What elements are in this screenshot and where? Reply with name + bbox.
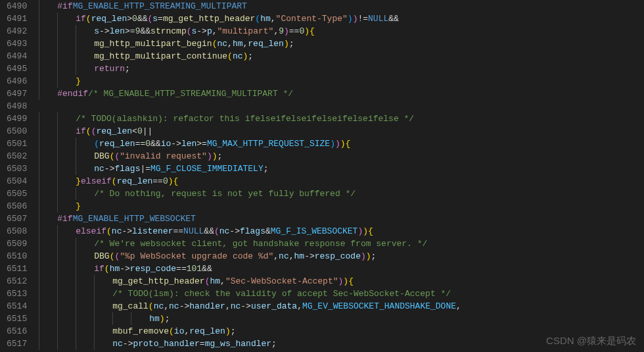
line-number: 6501 bbox=[7, 138, 27, 150]
line-number: 6494 bbox=[7, 50, 27, 63]
code-line[interactable]: #if MG_ENABLE_HTTP_STREAMING_MULTIPART bbox=[39, 0, 644, 13]
line-number: 6506 bbox=[7, 200, 27, 213]
code-line[interactable]: /* Do nothing, request is not yet fully … bbox=[39, 188, 644, 200]
line-number: 6499 bbox=[7, 113, 27, 125]
code-line[interactable]: } else if (req_len == 0) { bbox=[39, 175, 644, 188]
code-line[interactable]: if (req_len > 0 && (s = mg_get_http_head… bbox=[39, 13, 644, 25]
line-number: 6492 bbox=[7, 25, 27, 38]
code-line[interactable]: return; bbox=[39, 63, 644, 75]
line-number: 6502 bbox=[7, 150, 27, 163]
line-number: 6504 bbox=[7, 175, 27, 188]
code-line[interactable]: } bbox=[39, 200, 644, 213]
line-number: 6495 bbox=[7, 63, 27, 75]
line-number: 6512 bbox=[7, 275, 27, 288]
line-number: 6516 bbox=[7, 325, 27, 338]
code-line[interactable]: s->len >= 9 && strncmp(s->p, "multipart"… bbox=[39, 25, 644, 38]
code-editor[interactable]: 6490649164926493649464956496649764986499… bbox=[0, 0, 644, 352]
code-line[interactable]: #if MG_ENABLE_HTTP_WEBSOCKET bbox=[39, 213, 644, 225]
line-number: 6513 bbox=[7, 288, 27, 300]
code-line[interactable]: hm); bbox=[39, 313, 644, 325]
code-line[interactable]: mbuf_remove(io, req_len); bbox=[39, 325, 644, 338]
code-area[interactable]: #if MG_ENABLE_HTTP_STREAMING_MULTIPARTif… bbox=[39, 0, 644, 352]
line-number-gutter: 6490649164926493649464956496649764986499… bbox=[0, 0, 39, 352]
line-number: 6511 bbox=[7, 263, 27, 275]
code-line[interactable]: } bbox=[39, 75, 644, 88]
code-line[interactable]: (req_len == 0 && io->len >= MG_MAX_HTTP_… bbox=[39, 138, 644, 150]
code-line[interactable]: nc->proto_handler = mg_ws_handler; bbox=[39, 338, 644, 350]
line-number: 6509 bbox=[7, 238, 27, 250]
code-line[interactable]: if (hm->resp_code == 101 && bbox=[39, 263, 644, 275]
line-number: 6500 bbox=[7, 125, 27, 138]
line-number: 6503 bbox=[7, 163, 27, 175]
code-line[interactable] bbox=[39, 100, 644, 113]
code-line[interactable]: /* TODO(alashkin): refactor this ifelsei… bbox=[39, 113, 644, 125]
line-number: 6514 bbox=[7, 300, 27, 313]
code-line[interactable]: #endif /* MG_ENABLE_HTTP_STREAMING_MULTI… bbox=[39, 88, 644, 100]
code-line[interactable]: DBG(("%p WebSocket upgrade code %d", nc,… bbox=[39, 250, 644, 263]
line-number: 6496 bbox=[7, 75, 27, 88]
line-number: 6505 bbox=[7, 188, 27, 200]
line-number: 6510 bbox=[7, 250, 27, 263]
code-line[interactable]: nc->flags |= MG_F_CLOSE_IMMEDIATELY; bbox=[39, 163, 644, 175]
code-line[interactable]: mg_get_http_header(hm, "Sec-WebSocket-Ac… bbox=[39, 275, 644, 288]
code-line[interactable]: else if (nc->listener == NULL && (nc->fl… bbox=[39, 225, 644, 238]
code-line[interactable]: mg_call(nc, nc->handler, nc->user_data, … bbox=[39, 300, 644, 313]
code-line[interactable]: mg_http_multipart_begin(nc, hm, req_len)… bbox=[39, 38, 644, 50]
code-line[interactable]: DBG(("invalid request")); bbox=[39, 150, 644, 163]
line-number: 6491 bbox=[7, 13, 27, 25]
code-line[interactable]: /* We're websocket client, got handshake… bbox=[39, 238, 644, 250]
line-number: 6515 bbox=[7, 313, 27, 325]
code-line[interactable]: /* TODO(lsm): check the validity of acce… bbox=[39, 288, 644, 300]
line-number: 6517 bbox=[7, 338, 27, 350]
line-number: 6508 bbox=[7, 225, 27, 238]
code-line[interactable]: mg_http_multipart_continue(nc); bbox=[39, 50, 644, 63]
line-number: 6507 bbox=[7, 213, 27, 225]
line-number: 6497 bbox=[7, 88, 27, 100]
line-number: 6498 bbox=[7, 100, 27, 113]
line-number: 6493 bbox=[7, 38, 27, 50]
line-number: 6490 bbox=[7, 0, 27, 13]
code-line[interactable]: if ((req_len < 0 || bbox=[39, 125, 644, 138]
